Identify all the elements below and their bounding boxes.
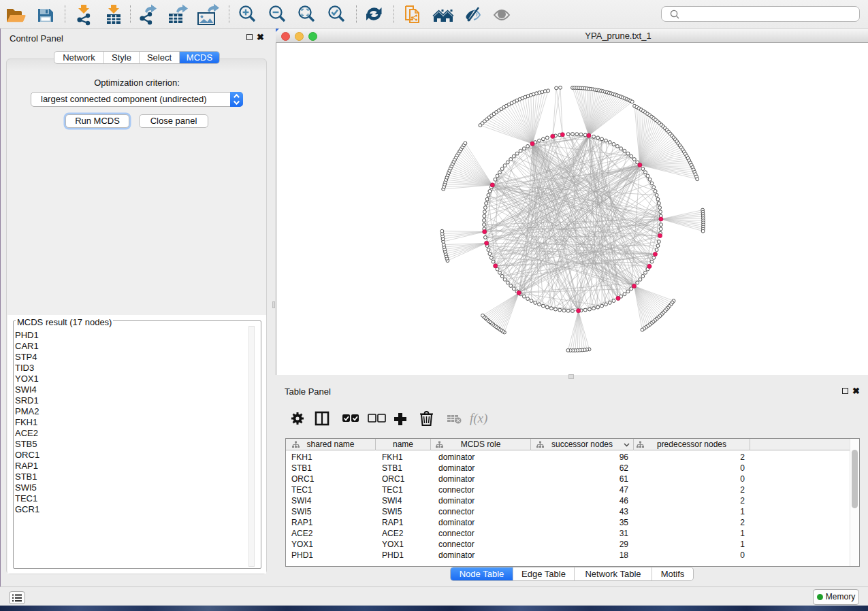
svg-text:f(x): f(x) [470,411,487,426]
